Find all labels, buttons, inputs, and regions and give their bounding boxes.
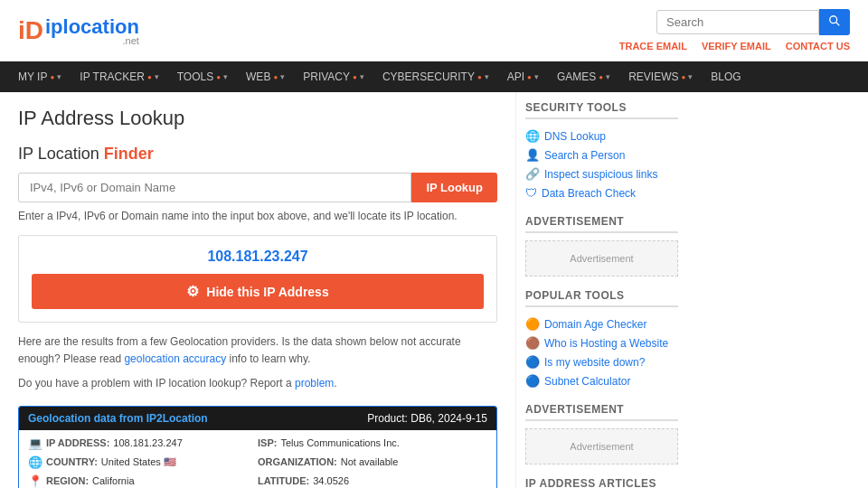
security-tools-title: SECURITY TOOLS xyxy=(525,101,678,119)
nav-api[interactable]: API ● ▾ xyxy=(498,61,548,92)
nav-privacy-label: PRIVACY xyxy=(303,70,350,83)
nav-cybersecurity-label: CYBERSECURITY xyxy=(382,70,475,83)
geo-cell-lat: LATITUDE: 34.0526 xyxy=(258,474,487,488)
page-title: IP Address Lookup xyxy=(18,107,497,130)
country-icon: 🌐 xyxy=(28,455,42,469)
nav-web[interactable]: WEB ● ▾ xyxy=(237,61,294,92)
geo-cell-ip: 💻 IP ADDRESS: 108.181.23.247 xyxy=(28,436,258,450)
org-value: Not available xyxy=(341,456,399,467)
advert-label-2: ADVERTISEMENT xyxy=(525,403,678,421)
result-box: 108.181.23.247 ⚙ Hide this IP Address xyxy=(18,235,497,323)
table-row: 💻 IP ADDRESS: 108.181.23.247 ISP: Telus … xyxy=(19,434,496,453)
search-person-label: Search a Person xyxy=(544,149,625,162)
security-tools-section: SECURITY TOOLS 🌐 DNS Lookup 👤 Search a P… xyxy=(525,101,678,202)
nav-dot-5: ● xyxy=(477,73,482,81)
nav-tools[interactable]: TOOLS ● ▾ xyxy=(168,61,237,92)
nav-games-label: GAMES xyxy=(557,70,596,83)
header-right: TRACE EMAIL VERIFY EMAIL CONTACT US xyxy=(619,9,850,52)
sidebar-item-subnet[interactable]: 🔵 Subnet Calculator xyxy=(525,371,678,390)
nav-arrow-0: ▾ xyxy=(57,72,61,81)
logo-text: iplocation xyxy=(45,15,139,38)
nav-web-label: WEB xyxy=(246,70,270,83)
nav-ip-tracker[interactable]: IP TRACKER ● ▾ xyxy=(71,61,167,92)
nav-blog[interactable]: BLOG xyxy=(702,61,750,92)
geo-rows: 💻 IP ADDRESS: 108.181.23.247 ISP: Telus … xyxy=(19,430,496,488)
popular-tools-section: POPULAR TOOLS 🟠 Domain Age Checker 🟤 Who… xyxy=(525,289,678,390)
svg-line-1 xyxy=(836,23,840,26)
nav-dot-8: ● xyxy=(681,73,685,81)
svg-point-0 xyxy=(830,16,837,23)
nav-arrow-1: ▾ xyxy=(155,72,159,81)
finder-title: IP Location Finder xyxy=(18,145,497,164)
content-area: IP Address Lookup IP Location Finder IP … xyxy=(0,92,515,488)
geo-cell-country: 🌐 COUNTRY: United States 🇺🇸 xyxy=(28,455,258,469)
nav-dot-4: ● xyxy=(353,73,357,81)
subnet-icon: 🔵 xyxy=(525,374,540,388)
sidebar: SECURITY TOOLS 🌐 DNS Lookup 👤 Search a P… xyxy=(515,92,687,488)
main-nav: MY IP ● ▾ IP TRACKER ● ▾ TOOLS ● ▾ WEB ●… xyxy=(0,61,868,92)
geo-accuracy-link[interactable]: geolocation accuracy xyxy=(124,352,226,365)
nav-reviews[interactable]: REVIEWS ● ▾ xyxy=(619,61,702,92)
problem-link[interactable]: problem xyxy=(295,377,334,389)
hide-ip-button[interactable]: ⚙ Hide this IP Address xyxy=(32,274,484,309)
sidebar-item-dns[interactable]: 🌐 DNS Lookup xyxy=(525,127,678,145)
header-links: TRACE EMAIL VERIFY EMAIL CONTACT US xyxy=(619,41,850,52)
nav-dot-3: ● xyxy=(273,73,278,81)
hide-ip-icon: ⚙ xyxy=(186,283,199,300)
hide-btn-label: Hide this IP Address xyxy=(206,285,328,299)
nav-reviews-label: REVIEWS xyxy=(628,70,678,83)
advertisement-2: Advertisement xyxy=(525,428,678,465)
shield-icon: 🛡 xyxy=(525,186,537,200)
nav-dot-6: ● xyxy=(527,73,532,81)
nav-cybersecurity[interactable]: CYBERSECURITY ● ▾ xyxy=(373,61,498,92)
sidebar-item-domain-age[interactable]: 🟠 Domain Age Checker xyxy=(525,314,678,333)
data-breach-label: Data Breach Check xyxy=(542,187,636,200)
geo-table: Geolocation data from IP2Location Produc… xyxy=(18,406,497,488)
region-icon: 📍 xyxy=(28,474,42,488)
info1-end: info to learn why. xyxy=(230,352,311,365)
ip-input[interactable] xyxy=(18,173,411,202)
nav-arrow-5: ▾ xyxy=(485,72,489,81)
advertisement-1: Advertisement xyxy=(525,240,678,277)
website-down-label: Is my website down? xyxy=(544,356,645,369)
geo-cell-region: 📍 REGION: California xyxy=(28,474,258,488)
geo-cell-org: ORGANIZATION: Not available xyxy=(258,455,487,469)
sidebar-item-inspect-links[interactable]: 🔗 Inspect suspicious links xyxy=(525,164,678,183)
nav-games[interactable]: GAMES ● ▾ xyxy=(548,61,619,92)
trace-email-link[interactable]: TRACE EMAIL xyxy=(619,41,687,52)
inspect-links-label: Inspect suspicious links xyxy=(544,168,657,181)
nav-dot-2: ● xyxy=(216,73,221,81)
nav-blog-label: BLOG xyxy=(711,70,741,83)
sidebar-item-hosting[interactable]: 🟤 Who is Hosting a Website xyxy=(525,333,678,352)
ip-label: IP ADDRESS: xyxy=(46,437,109,448)
geo-cell-isp: ISP: Telus Communications Inc. xyxy=(258,436,487,450)
nav-arrow-6: ▾ xyxy=(534,72,539,81)
search-bar xyxy=(656,9,850,35)
header: iD iplocation .net TRACE EMAIL VERIFY EM… xyxy=(0,0,868,61)
sidebar-item-website-down[interactable]: 🔵 Is my website down? xyxy=(525,352,678,371)
nav-privacy[interactable]: PRIVACY ● ▾ xyxy=(294,61,373,92)
domain-age-icon: 🟠 xyxy=(525,317,540,331)
contact-us-link[interactable]: CONTACT US xyxy=(786,41,850,52)
isp-value: Telus Communications Inc. xyxy=(280,437,399,448)
nav-dot-1: ● xyxy=(147,73,152,81)
search-input[interactable] xyxy=(656,10,819,34)
link-icon: 🔗 xyxy=(525,167,540,181)
ip-lookup-button[interactable]: IP Lookup xyxy=(411,173,497,202)
search-button[interactable] xyxy=(819,9,850,35)
dns-label: DNS Lookup xyxy=(544,130,606,143)
helper-text: Enter a IPv4, IPv6 or Domain name into t… xyxy=(18,210,497,222)
main-content: IP Address Lookup IP Location Finder IP … xyxy=(0,92,868,488)
sidebar-item-search-person[interactable]: 👤 Search a Person xyxy=(525,145,678,164)
logo[interactable]: iD iplocation .net xyxy=(18,15,139,46)
articles-title: IP ADDRESS ARTICLES xyxy=(525,477,678,488)
search-icon xyxy=(828,14,841,27)
ip-value: 108.181.23.247 xyxy=(113,437,182,448)
nav-my-ip[interactable]: MY IP ● ▾ xyxy=(9,61,71,92)
detected-ip: 108.181.23.247 xyxy=(32,249,484,265)
country-value: United States 🇺🇸 xyxy=(101,456,176,468)
verify-email-link[interactable]: VERIFY EMAIL xyxy=(702,41,771,52)
nav-dot-7: ● xyxy=(599,73,603,81)
sidebar-item-data-breach[interactable]: 🛡 Data Breach Check xyxy=(525,183,678,202)
region-label: REGION: xyxy=(46,475,89,486)
